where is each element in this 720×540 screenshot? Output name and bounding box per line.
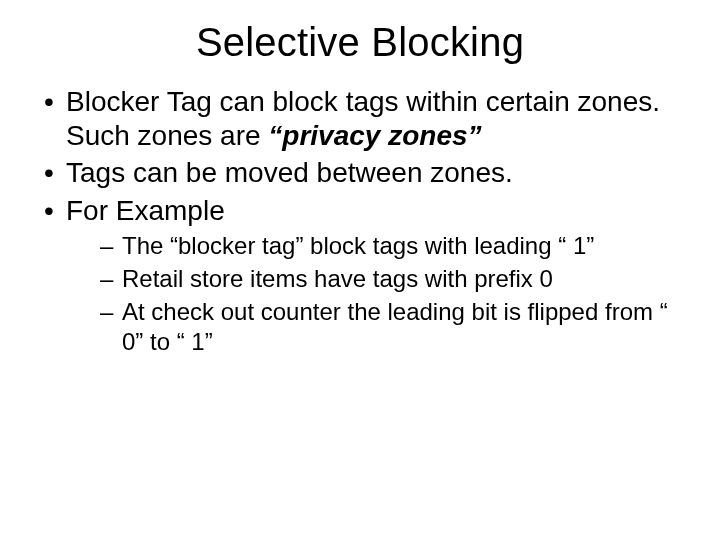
bullet-emphasis: “privacy zones” bbox=[268, 120, 481, 151]
bullet-item: Blocker Tag can block tags within certai… bbox=[40, 85, 690, 152]
sub-bullet-text: Retail store items have tags with prefix… bbox=[122, 265, 553, 292]
bullet-item: Tags can be moved between zones. bbox=[40, 156, 690, 190]
bullet-list: Blocker Tag can block tags within certai… bbox=[30, 85, 690, 357]
sub-bullet-text: The “blocker tag” block tags with leadin… bbox=[122, 232, 594, 259]
sub-bullet-list: The “blocker tag” block tags with leadin… bbox=[66, 231, 690, 357]
sub-bullet-item: At check out counter the leading bit is … bbox=[98, 297, 690, 357]
sub-bullet-item: The “blocker tag” block tags with leadin… bbox=[98, 231, 690, 261]
bullet-text: For Example bbox=[66, 195, 225, 226]
slide: Selective Blocking Blocker Tag can block… bbox=[0, 0, 720, 540]
sub-bullet-item: Retail store items have tags with prefix… bbox=[98, 264, 690, 294]
bullet-text: Tags can be moved between zones. bbox=[66, 157, 513, 188]
bullet-item: For Example The “blocker tag” block tags… bbox=[40, 194, 690, 358]
sub-bullet-text: At check out counter the leading bit is … bbox=[122, 298, 668, 355]
slide-title: Selective Blocking bbox=[30, 20, 690, 65]
